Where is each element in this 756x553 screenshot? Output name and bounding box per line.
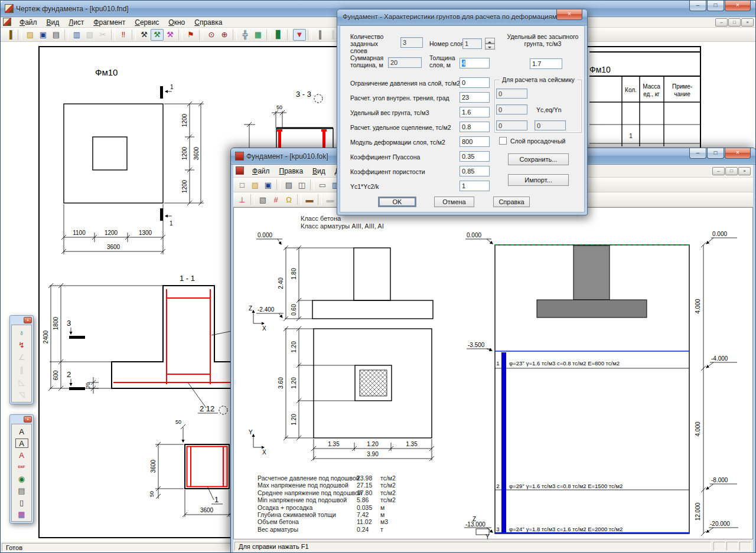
close-icon[interactable]: × — [24, 317, 32, 323]
ok-button[interactable]: OK — [378, 197, 416, 207]
floating-toolbar-titlebar[interactable]: × — [11, 317, 32, 325]
rebar-mesh-icon[interactable]: # — [269, 194, 282, 205]
spin-up-icon[interactable] — [485, 38, 495, 44]
new-icon[interactable]: □ — [236, 179, 249, 191]
menu-item[interactable]: Вид — [308, 166, 330, 176]
seismic-field-3[interactable]: 0 — [496, 120, 527, 130]
open-icon[interactable]: ▨ — [24, 29, 37, 41]
brush-icon[interactable]: ▬ — [303, 194, 316, 205]
angle-icon-4[interactable]: ◹ — [14, 388, 30, 401]
mdi-minimize-button[interactable]: – — [715, 18, 728, 27]
menu-item[interactable]: Лист — [64, 18, 89, 27]
field-input[interactable]: 1 — [460, 181, 490, 191]
zoom-target-icon[interactable]: ⊕ — [218, 29, 231, 41]
subsidence-checkbox[interactable] — [499, 137, 507, 145]
cancel-button[interactable]: Отмена — [434, 197, 474, 207]
hammer-delete-icon[interactable]: ⚒ — [164, 29, 177, 41]
solid-view-icon[interactable]: ▧ — [256, 194, 269, 205]
menu-item[interactable]: Окно — [164, 18, 190, 27]
dxf-icon[interactable]: DXF — [14, 461, 30, 473]
maximize-button[interactable]: □ — [707, 148, 724, 159]
menu-item[interactable]: Вид — [42, 18, 64, 27]
menu-item[interactable]: Справка — [190, 18, 227, 27]
select-region-icon[interactable]: ▭ — [316, 179, 329, 191]
specification-icon[interactable]: ▊ — [272, 29, 285, 41]
export-print-icon[interactable]: ▤ — [14, 485, 30, 496]
sheet-settings-icon[interactable]: ▦ — [252, 29, 265, 41]
mdi-close-button[interactable]: × — [741, 18, 754, 27]
menu-item[interactable]: Правка — [275, 166, 308, 176]
close-icon[interactable]: × — [24, 416, 32, 423]
move-sheet-icon[interactable]: ╬ — [239, 29, 252, 41]
seismic-field-1[interactable]: 0 — [496, 89, 527, 99]
save-icon[interactable]: ▣ — [262, 179, 275, 191]
angle-icon-2[interactable]: ∥ — [14, 364, 30, 376]
mdi-restore-button[interactable]: □ — [728, 18, 741, 27]
rebar-grid-icon[interactable]: ║ — [314, 29, 327, 41]
dialog-titlebar[interactable]: Фундамент - Характеристики грунтов для р… — [337, 9, 587, 25]
minimize-button[interactable]: – — [689, 1, 706, 11]
levels-icon[interactable]: ‼ — [117, 29, 130, 41]
menu-item[interactable]: Фрагмент — [89, 18, 130, 27]
page-color-icon[interactable]: ▦ — [14, 508, 30, 520]
resize-grip[interactable] — [739, 542, 751, 551]
print-preview-icon[interactable]: ◫ — [295, 179, 308, 191]
spin-down-icon[interactable] — [485, 44, 495, 50]
field-input[interactable]: 23 — [460, 92, 490, 103]
total-thickness-field[interactable]: 20 — [388, 57, 422, 68]
menu-item[interactable]: Сервис — [130, 18, 164, 27]
print-icon[interactable]: ▤ — [50, 29, 63, 41]
layer-thickness-field[interactable]: 4 — [460, 58, 490, 68]
field-input[interactable]: 0 — [460, 77, 490, 88]
page-bw-icon[interactable]: ▯ — [14, 496, 30, 508]
field-input[interactable]: 0.35 — [460, 151, 490, 162]
backfill-weight-field[interactable]: 1.7 — [530, 58, 562, 69]
mdi-close-button[interactable]: × — [738, 167, 751, 175]
exit-icon[interactable]: ▐ — [3, 29, 16, 41]
text-frame-icon[interactable]: A — [14, 437, 30, 449]
text-color-icon[interactable]: A — [14, 449, 30, 461]
angle-icon-1[interactable]: ∠ — [14, 351, 30, 364]
lamp-icon[interactable]: Ω — [282, 194, 295, 205]
angle-icon-3[interactable]: ◺ — [14, 376, 30, 388]
dimension-icon[interactable]: ↯ — [14, 339, 30, 351]
calc-canvas[interactable]: Класс бетона Класс арматуры AIII, AIII, … — [233, 207, 753, 539]
globe-icon[interactable]: ◉ — [14, 473, 30, 485]
close-button[interactable]: × — [556, 9, 582, 20]
text-icon[interactable]: A — [14, 426, 30, 437]
hammer-add-icon[interactable]: ⚒ — [151, 29, 164, 41]
import-button[interactable]: Импорт... — [508, 174, 569, 186]
copy-icon[interactable]: ▥ — [70, 29, 83, 41]
cut-icon[interactable]: ✂ — [96, 29, 109, 41]
minimize-button[interactable]: – — [689, 148, 706, 159]
seismic-field-2[interactable]: 0 — [496, 104, 527, 114]
survey-icon[interactable]: ♁ — [14, 326, 30, 339]
field-input[interactable]: 0.8 — [460, 122, 490, 132]
zoom-window-icon[interactable]: ⊙ — [205, 29, 218, 41]
mdi-minimize-button[interactable]: – — [712, 167, 725, 175]
paste-icon[interactable]: ▧ — [83, 29, 96, 41]
field-input[interactable]: 0.85 — [460, 166, 490, 176]
foundation-icon[interactable]: ⊥ — [236, 194, 249, 205]
mdi-restore-button[interactable]: □ — [725, 167, 738, 175]
layers-count-field[interactable]: 3 — [400, 37, 423, 48]
menu-item[interactable]: Файл — [15, 18, 42, 27]
print-icon[interactable]: ▤ — [282, 179, 295, 191]
maximize-button[interactable]: □ — [707, 1, 724, 11]
mark-icon[interactable]: ⚑ — [184, 29, 197, 41]
close-button[interactable]: × — [725, 148, 751, 159]
close-button[interactable]: × — [725, 1, 751, 11]
case-icon[interactable]: ▬ — [324, 194, 337, 205]
save-button[interactable]: Сохранить... — [508, 153, 569, 165]
save-icon[interactable]: ▣ — [37, 29, 50, 41]
field-input[interactable]: 1.6 — [460, 107, 490, 117]
layer-number-field[interactable]: 1 — [462, 38, 482, 49]
field-input[interactable]: 800 — [460, 136, 490, 147]
floating-toolbar-titlebar[interactable]: × — [11, 416, 32, 424]
menu-item[interactable]: Файл — [247, 166, 275, 176]
seismic-field-4[interactable]: 0 — [535, 120, 566, 130]
hammer-icon[interactable]: ⚒ — [138, 29, 151, 41]
help-button[interactable]: Справка — [493, 197, 530, 207]
open-icon[interactable]: ▨ — [249, 179, 262, 191]
stamp-icon[interactable]: ▼ — [293, 29, 306, 41]
